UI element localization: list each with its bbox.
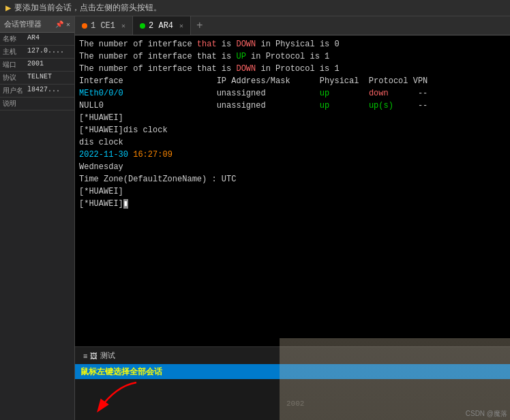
pin-icon[interactable]: 📌: [55, 20, 63, 29]
session-info-table: 名称 AR4 主机 127.0.... 端口 2001 协议 TELNET 用户…: [0, 33, 74, 110]
terminal-line: The number of interface that is UP in Pr…: [79, 50, 506, 63]
terminal-line: Interface IP Address/Mask Physical Proto…: [79, 75, 506, 87]
top-bar: ▶ 要添加当前会话，点击左侧的箭头按钮。: [0, 0, 510, 16]
terminal-line: [*HUAWEI]: [79, 112, 506, 124]
tab-bar: 1 CE1 ✕ 2 AR4 ✕ +: [75, 16, 510, 35]
tab-close-ar4[interactable]: ✕: [179, 22, 183, 30]
tab-dot-ce1: [82, 23, 87, 29]
red-arrow-indicator: [89, 379, 143, 420]
field-value-desc: [26, 97, 29, 110]
tab-add-button[interactable]: +: [191, 16, 209, 35]
bottom-bg-panel: [280, 338, 510, 420]
tab-ar4[interactable]: 2 AR4 ✕: [133, 16, 191, 35]
terminal-output: The number of interface that is DOWN in …: [75, 35, 510, 346]
terminal-line: MEth0/0/0 unassigned up down --: [79, 87, 506, 100]
tree-folder-icon: 🖼: [90, 352, 97, 360]
field-label-name: 名称: [0, 33, 26, 45]
top-bar-message: 要添加当前会话，点击左侧的箭头按钮。: [14, 2, 162, 14]
content-area: 1 CE1 ✕ 2 AR4 ✕ + The number of interfac…: [75, 16, 510, 420]
field-label-desc: 说明: [0, 97, 26, 110]
field-value-host: 127.0....: [26, 46, 65, 58]
sidebar-title: 会话管理器: [4, 19, 42, 29]
session-manager-sidebar: 会话管理器 📌 ✕ 名称 AR4 主机 127.0.... 端口 2001 协议…: [0, 16, 75, 420]
tab-label-ce1: 1 CE1: [91, 21, 115, 31]
info-arrow-icon: ▶: [5, 2, 11, 14]
field-value-username: l8427...: [26, 85, 61, 97]
terminal-line: dis clock: [79, 136, 506, 149]
main-layout: 会话管理器 📌 ✕ 名称 AR4 主机 127.0.... 端口 2001 协议…: [0, 16, 510, 420]
field-label-host: 主机: [0, 46, 26, 58]
terminal-line: Time Zone(DefaultZoneName) : UTC: [79, 173, 506, 185]
tab-dot-ar4: [140, 23, 145, 29]
field-label-username: 用户名: [0, 85, 26, 97]
table-row: 名称 AR4: [0, 33, 74, 46]
watermark: CSDN @魔落: [466, 409, 507, 419]
field-value-port: 2001: [26, 59, 45, 71]
terminal-line: NULL0 unassigned up up(s) --: [79, 100, 506, 112]
terminal-line: The number of interface that is DOWN in …: [79, 63, 506, 75]
terminal-line: Wednesday: [79, 161, 506, 173]
sidebar-icons: 📌 ✕: [55, 20, 70, 29]
close-icon[interactable]: ✕: [66, 20, 70, 29]
table-row: 用户名 l8427...: [0, 85, 74, 97]
tab-close-ce1[interactable]: ✕: [121, 22, 125, 30]
terminal-line: The number of interface that is DOWN in …: [79, 38, 506, 50]
table-row: 说明: [0, 97, 74, 110]
terminal-line: [*HUAWEI]▮: [79, 198, 506, 210]
field-label-port: 端口: [0, 59, 26, 71]
tree-icon: ≡: [83, 352, 87, 360]
sidebar-header: 会话管理器 📌 ✕: [0, 16, 74, 33]
terminal-line: 2022-11-30 16:27:09: [79, 149, 506, 161]
field-value-protocol: TELNET: [26, 72, 53, 84]
table-row: 端口 2001: [0, 59, 74, 72]
table-row: 协议 TELNET: [0, 72, 74, 85]
tab-label-ar4: 2 AR4: [149, 21, 173, 31]
field-value-name: AR4: [26, 33, 41, 45]
field-label-protocol: 协议: [0, 72, 26, 84]
table-row: 主机 127.0....: [0, 46, 74, 59]
tab-ce1[interactable]: 1 CE1 ✕: [75, 16, 133, 35]
terminal-line: [*HUAWEI]: [79, 185, 506, 198]
terminal-line: [*HUAWEI]dis clock: [79, 124, 506, 136]
session-prompt: 鼠标左键选择全部会话: [80, 366, 162, 378]
tree-item-label: 测试: [100, 350, 115, 361]
